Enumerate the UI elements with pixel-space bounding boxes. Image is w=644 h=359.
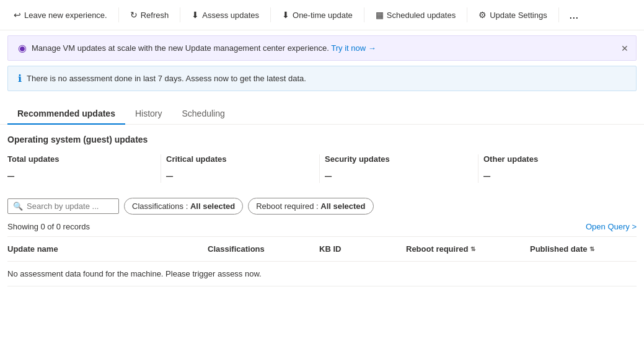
tab-scheduling[interactable]: Scheduling [172,104,235,125]
toolbar-divider-6 [558,7,559,22]
records-row: Showing 0 of 0 records Open Query > [7,222,637,231]
update-settings-button[interactable]: ⚙ Update Settings [472,6,554,24]
stat-other-updates: Other updates – [479,154,637,183]
toolbar-divider-3 [270,7,271,22]
reboot-sort-icon[interactable]: ⇅ [470,246,475,252]
purple-banner: ◉ Manage VM updates at scale with the ne… [7,35,637,61]
stat-security-updates: Security updates – [320,154,479,183]
toolbar-divider-1 [118,7,119,22]
classifications-filter[interactable]: Classifications : All selected [124,198,243,215]
toolbar-divider-2 [180,7,180,22]
purple-banner-text: Manage VM updates at scale with the new … [32,43,626,53]
search-input[interactable] [27,202,113,211]
col-kb-id: KB ID [314,242,401,256]
open-query-link[interactable]: Open Query > [586,222,637,231]
stats-row: Total updates – Critical updates – Secur… [7,154,637,183]
try-it-now-link[interactable]: Try it now → [331,43,376,53]
col-update-name: Update name [7,242,203,256]
toolbar-divider-5 [467,7,467,22]
tabs: Recommended updates History Scheduling [7,104,637,124]
table-empty-message: No assessment data found for the machine… [7,262,637,286]
scheduled-updates-button[interactable]: ▦ Scheduled updates [369,6,462,24]
filter-row: 🔍 Classifications : All selected Reboot … [7,198,637,215]
onetime-update-button[interactable]: ⬇ One-time update [276,6,359,24]
onetime-icon: ⬇ [282,10,289,20]
info-banner-text: There is no assessment done in last 7 da… [27,74,306,83]
updates-table: Update name Classifications KB ID Reboot… [7,236,637,286]
assess-icon: ⬇ [192,10,199,20]
toolbar: ↩ Leave new experience. ↻ Refresh ⬇ Asse… [0,0,644,30]
search-input-container[interactable]: 🔍 [7,198,119,214]
col-reboot-required: Reboot required ⇅ [401,242,525,256]
refresh-icon: ↻ [130,10,138,20]
tab-history[interactable]: History [125,104,172,125]
stat-critical-updates: Critical updates – [161,154,320,183]
reboot-required-filter[interactable]: Reboot required : All selected [248,198,373,215]
tab-recommended-updates[interactable]: Recommended updates [7,104,125,125]
records-text: Showing 0 of 0 records [7,222,90,231]
banner-close-button[interactable]: ✕ [619,42,631,55]
section-title: Operating system (guest) updates [7,135,637,144]
leave-experience-button[interactable]: ↩ Leave new experience. [7,6,113,24]
stat-total-updates: Total updates – [7,154,161,183]
published-sort-icon[interactable]: ⇅ [589,246,594,252]
assess-updates-button[interactable]: ⬇ Assess updates [185,6,265,24]
info-icon: ℹ [18,73,22,84]
info-banner: ℹ There is no assessment done in last 7 … [7,66,637,91]
table-header: Update name Classifications KB ID Reboot… [7,237,637,262]
more-button[interactable]: ... [564,5,584,25]
toolbar-divider-4 [364,7,364,22]
leave-icon: ↩ [14,10,21,20]
scheduled-icon: ▦ [376,10,384,20]
search-icon: 🔍 [13,202,23,211]
main-content: Operating system (guest) updates Total u… [0,125,644,296]
tabs-container: Recommended updates History Scheduling [0,96,644,125]
settings-icon: ⚙ [479,10,487,20]
purple-banner-icon: ◉ [18,42,27,54]
refresh-button[interactable]: ↻ Refresh [124,6,175,24]
col-classifications: Classifications [203,242,314,256]
col-published-date: Published date ⇅ [525,242,637,256]
